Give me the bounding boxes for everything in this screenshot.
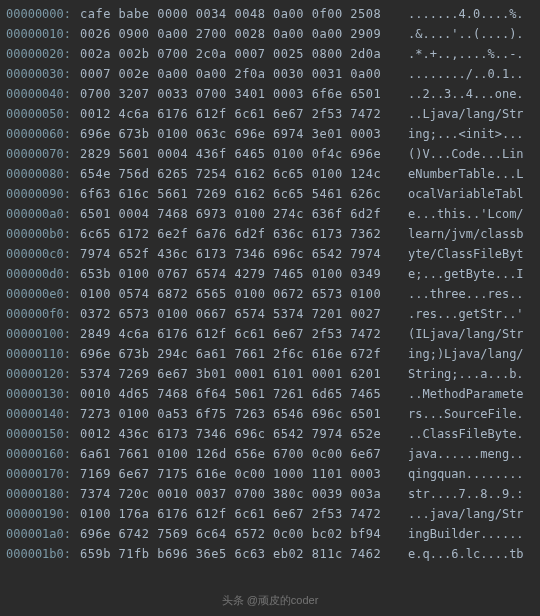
hex-col: 6f63 616c 5661 7269 6162 6c65 5461 626c [80, 184, 408, 204]
address-col: 00000120: [6, 364, 80, 384]
hex-col: 6c65 6172 6e2f 6a76 6d2f 636c 6173 7362 [80, 224, 408, 244]
ascii-col: ...three...res.. [408, 284, 524, 304]
hex-col: 696e 673b 0100 063c 696e 6974 3e01 0003 [80, 124, 408, 144]
hex-row: 00000020:002a 002b 0700 2c0a 0007 0025 0… [6, 44, 534, 64]
address-col: 00000030: [6, 64, 80, 84]
ascii-col: learn/jvm/classb [408, 224, 524, 244]
ascii-col: .&....'..(....). [408, 24, 524, 44]
address-col: 00000010: [6, 24, 80, 44]
ascii-col: (ILjava/lang/Str [408, 324, 524, 344]
hex-row: 00000030:0007 002e 0a00 0a00 2f0a 0030 0… [6, 64, 534, 84]
ascii-col: ..ClassFileByte. [408, 424, 524, 444]
ascii-col: .*.+..,....%..-. [408, 44, 524, 64]
address-col: 00000080: [6, 164, 80, 184]
address-col: 00000020: [6, 44, 80, 64]
hex-row: 00000060:696e 673b 0100 063c 696e 6974 3… [6, 124, 534, 144]
ascii-col: .res...getStr..' [408, 304, 524, 324]
hex-col: 7374 720c 0010 0037 0700 380c 0039 003a [80, 484, 408, 504]
hex-row: 00000190:0100 176a 6176 612f 6c61 6e67 2… [6, 504, 534, 524]
hex-col: 2849 4c6a 6176 612f 6c61 6e67 2f53 7472 [80, 324, 408, 344]
hex-col: 0007 002e 0a00 0a00 2f0a 0030 0031 0a00 [80, 64, 408, 84]
hex-col: 0700 3207 0033 0700 3401 0003 6f6e 6501 [80, 84, 408, 104]
hex-col: 0100 176a 6176 612f 6c61 6e67 2f53 7472 [80, 504, 408, 524]
hex-col: 7273 0100 0a53 6f75 7263 6546 696c 6501 [80, 404, 408, 424]
address-col: 00000160: [6, 444, 80, 464]
hex-row: 00000180:7374 720c 0010 0037 0700 380c 0… [6, 484, 534, 504]
hex-row: 00000000:cafe babe 0000 0034 0048 0a00 0… [6, 4, 534, 24]
ascii-col: String;...a...b. [408, 364, 524, 384]
address-col: 00000050: [6, 104, 80, 124]
ascii-col: yte/ClassFileByt [408, 244, 524, 264]
watermark: 头条 @顽皮的coder [0, 593, 540, 608]
ascii-col: e...this..'Lcom/ [408, 204, 524, 224]
hex-row: 00000100:2849 4c6a 6176 612f 6c61 6e67 2… [6, 324, 534, 344]
ascii-col: ......../..0.1.. [408, 64, 524, 84]
hex-col: 0012 4c6a 6176 612f 6c61 6e67 2f53 7472 [80, 104, 408, 124]
hex-row: 00000120:5374 7269 6e67 3b01 0001 6101 0… [6, 364, 534, 384]
ascii-col: .......4.0....%. [408, 4, 524, 24]
hex-col: 696e 673b 294c 6a61 7661 2f6c 616e 672f [80, 344, 408, 364]
hex-row: 00000080:654e 756d 6265 7254 6162 6c65 0… [6, 164, 534, 184]
hex-row: 00000070:2829 5601 0004 436f 6465 0100 0… [6, 144, 534, 164]
hex-row: 00000170:7169 6e67 7175 616e 0c00 1000 1… [6, 464, 534, 484]
hex-col: 659b 71fb b696 36e5 6c63 eb02 811c 7462 [80, 544, 408, 564]
hex-col: 0372 6573 0100 0667 6574 5374 7201 0027 [80, 304, 408, 324]
hex-row: 000000d0:653b 0100 0767 6574 4279 7465 0… [6, 264, 534, 284]
ascii-col: ..MethodParamete [408, 384, 524, 404]
address-col: 00000100: [6, 324, 80, 344]
address-col: 000000d0: [6, 264, 80, 284]
hex-row: 000001a0:696e 6742 7569 6c64 6572 0c00 b… [6, 524, 534, 544]
hex-row: 00000150:0012 436c 6173 7346 696c 6542 7… [6, 424, 534, 444]
address-col: 00000140: [6, 404, 80, 424]
ascii-col: e.q...6.lc....tb [408, 544, 524, 564]
address-col: 000001a0: [6, 524, 80, 544]
hex-col: 7169 6e67 7175 616e 0c00 1000 1101 0003 [80, 464, 408, 484]
hex-col: 2829 5601 0004 436f 6465 0100 0f4c 696e [80, 144, 408, 164]
hex-dump-viewer: 00000000:cafe babe 0000 0034 0048 0a00 0… [0, 0, 540, 568]
hex-row: 000000f0:0372 6573 0100 0667 6574 5374 7… [6, 304, 534, 324]
ascii-col: str....7..8..9.: [408, 484, 524, 504]
hex-row: 00000050:0012 4c6a 6176 612f 6c61 6e67 2… [6, 104, 534, 124]
ascii-col: ()V...Code...Lin [408, 144, 524, 164]
hex-col: 0100 0574 6872 6565 0100 0672 6573 0100 [80, 284, 408, 304]
hex-col: 0010 4d65 7468 6f64 5061 7261 6d65 7465 [80, 384, 408, 404]
address-col: 00000040: [6, 84, 80, 104]
hex-col: cafe babe 0000 0034 0048 0a00 0f00 2508 [80, 4, 408, 24]
address-col: 000000e0: [6, 284, 80, 304]
address-col: 00000060: [6, 124, 80, 144]
address-col: 00000170: [6, 464, 80, 484]
hex-row: 000000e0:0100 0574 6872 6565 0100 0672 6… [6, 284, 534, 304]
address-col: 00000110: [6, 344, 80, 364]
hex-row: 000000c0:7974 652f 436c 6173 7346 696c 6… [6, 244, 534, 264]
hex-col: 6501 0004 7468 6973 0100 274c 636f 6d2f [80, 204, 408, 224]
ascii-col: ...java/lang/Str [408, 504, 524, 524]
ascii-col: ..2..3..4...one. [408, 84, 524, 104]
address-col: 000000a0: [6, 204, 80, 224]
hex-row: 000001b0:659b 71fb b696 36e5 6c63 eb02 8… [6, 544, 534, 564]
address-col: 00000130: [6, 384, 80, 404]
hex-row: 00000160:6a61 7661 0100 126d 656e 6700 0… [6, 444, 534, 464]
hex-col: 654e 756d 6265 7254 6162 6c65 0100 124c [80, 164, 408, 184]
hex-col: 0012 436c 6173 7346 696c 6542 7974 652e [80, 424, 408, 444]
hex-col: 6a61 7661 0100 126d 656e 6700 0c00 6e67 [80, 444, 408, 464]
hex-col: 696e 6742 7569 6c64 6572 0c00 bc02 bf94 [80, 524, 408, 544]
ascii-col: qingquan........ [408, 464, 524, 484]
ascii-col: rs...SourceFile. [408, 404, 524, 424]
address-col: 000000c0: [6, 244, 80, 264]
hex-col: 7974 652f 436c 6173 7346 696c 6542 7974 [80, 244, 408, 264]
ascii-col: eNumberTable...L [408, 164, 524, 184]
ascii-col: ing;...<init>... [408, 124, 524, 144]
address-col: 00000190: [6, 504, 80, 524]
address-col: 000000b0: [6, 224, 80, 244]
address-col: 00000000: [6, 4, 80, 24]
hex-row: 00000140:7273 0100 0a53 6f75 7263 6546 6… [6, 404, 534, 424]
address-col: 000001b0: [6, 544, 80, 564]
hex-row: 00000130:0010 4d65 7468 6f64 5061 7261 6… [6, 384, 534, 404]
hex-col: 5374 7269 6e67 3b01 0001 6101 0001 6201 [80, 364, 408, 384]
address-col: 00000070: [6, 144, 80, 164]
address-col: 00000150: [6, 424, 80, 444]
hex-col: 0026 0900 0a00 2700 0028 0a00 0a00 2909 [80, 24, 408, 44]
hex-row: 00000090:6f63 616c 5661 7269 6162 6c65 5… [6, 184, 534, 204]
hex-col: 653b 0100 0767 6574 4279 7465 0100 0349 [80, 264, 408, 284]
hex-row: 00000040:0700 3207 0033 0700 3401 0003 6… [6, 84, 534, 104]
